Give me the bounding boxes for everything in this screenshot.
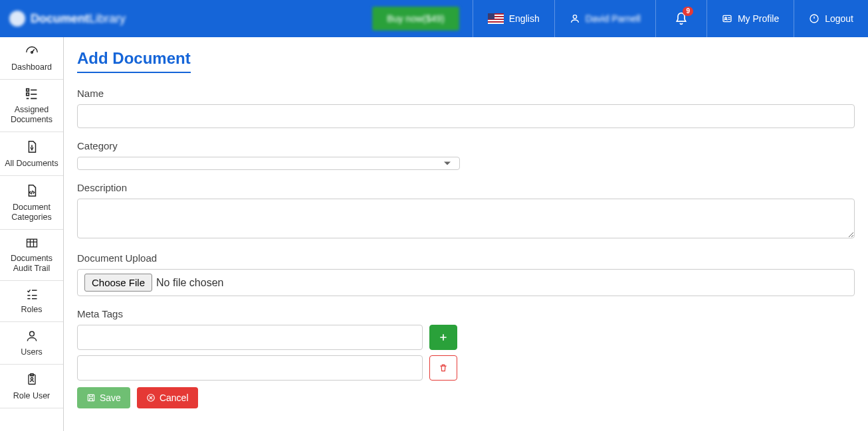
user-icon [570, 13, 580, 24]
sidebar-item-dashboard[interactable]: Dashboard [0, 37, 63, 80]
meta-tags-label: Meta Tags [77, 308, 855, 319]
description-label: Description [77, 182, 855, 193]
sidebar-item-label: Document Categories [3, 203, 60, 222]
sidebar-item-role-user[interactable]: Role User [0, 365, 63, 408]
sidebar-item-label: Roles [21, 305, 43, 315]
user-name: David Parnell [586, 13, 641, 24]
save-button[interactable]: Save [77, 387, 130, 408]
sidebar: Dashboard Assigned Documents All Documen… [0, 37, 64, 431]
sidebar-item-label: Dashboard [11, 62, 52, 72]
list-icon [24, 86, 40, 101]
document-icon [25, 139, 39, 155]
cancel-icon [146, 393, 156, 402]
sidebar-item-roles[interactable]: Roles [0, 281, 63, 322]
checklist-icon [24, 288, 40, 301]
page-title: Add Document [77, 49, 191, 73]
svg-rect-12 [88, 394, 94, 400]
language-switcher[interactable]: English [473, 0, 554, 37]
category-select[interactable] [77, 157, 460, 170]
svg-rect-6 [26, 93, 29, 96]
topbar-spacer [135, 0, 372, 37]
sidebar-item-audit-trail[interactable]: Documents Audit Trail [0, 230, 63, 281]
cancel-label: Cancel [160, 392, 189, 403]
delete-meta-tag-button[interactable] [429, 355, 457, 381]
sidebar-item-label: Role User [13, 391, 51, 401]
brand-icon [9, 11, 25, 27]
cancel-button[interactable]: Cancel [137, 387, 198, 408]
svg-rect-7 [27, 239, 37, 247]
meta-tag-input[interactable] [77, 355, 423, 381]
plus-icon [438, 332, 449, 343]
sidebar-item-label: Documents Audit Trail [3, 254, 60, 274]
flag-us-icon [488, 13, 504, 24]
user-menu[interactable]: David Parnell [554, 0, 655, 37]
table-icon [23, 236, 41, 250]
svg-point-8 [29, 331, 34, 336]
category-label: Category [77, 140, 855, 151]
logout-label: Logout [825, 13, 853, 24]
svg-rect-1 [723, 15, 731, 21]
user-icon [25, 329, 39, 343]
profile-label: My Profile [738, 13, 779, 24]
meta-tag-input[interactable] [77, 325, 423, 350]
svg-point-0 [573, 15, 576, 19]
notifications-button[interactable]: 9 [655, 0, 706, 37]
sidebar-item-users[interactable]: Users [0, 322, 63, 365]
brand: DocumentLibrary [0, 0, 135, 37]
id-card-icon [722, 13, 732, 24]
sidebar-item-all-documents[interactable]: All Documents [0, 132, 63, 176]
sidebar-item-label: Assigned Documents [3, 105, 60, 125]
clipboard-user-icon [25, 371, 39, 387]
save-label: Save [100, 392, 121, 403]
add-meta-tag-button[interactable] [429, 325, 457, 350]
main-content: Add Document Name Category Description D… [64, 37, 868, 431]
svg-point-2 [725, 17, 727, 19]
save-icon [86, 393, 96, 402]
svg-rect-5 [26, 89, 29, 92]
sidebar-item-label: All Documents [5, 159, 58, 169]
topbar: DocumentLibrary Buy now($49) English Dav… [0, 0, 868, 37]
description-input[interactable] [77, 199, 855, 238]
sidebar-item-label: Users [21, 347, 43, 357]
sidebar-item-assigned-documents[interactable]: Assigned Documents [0, 80, 63, 132]
upload-label: Document Upload [77, 252, 855, 264]
trash-icon [439, 363, 448, 373]
file-status-text: No file chosen [156, 277, 223, 289]
logout-icon [809, 13, 819, 24]
code-file-icon [25, 183, 39, 199]
my-profile-link[interactable]: My Profile [706, 0, 794, 37]
buy-now-button[interactable]: Buy now($49) [372, 7, 459, 31]
name-input[interactable] [77, 104, 855, 128]
svg-point-11 [31, 378, 33, 380]
file-input-wrap[interactable]: Choose File No file chosen [77, 269, 855, 296]
name-label: Name [77, 88, 855, 99]
sidebar-item-document-categories[interactable]: Document Categories [0, 176, 63, 230]
brand-text-1: Document [31, 12, 89, 25]
choose-file-button[interactable]: Choose File [84, 274, 152, 292]
language-label: English [509, 13, 540, 24]
logout-link[interactable]: Logout [794, 0, 868, 37]
notification-badge: 9 [683, 7, 693, 16]
gauge-icon [23, 44, 41, 58]
brand-text-2: Library [89, 12, 126, 25]
